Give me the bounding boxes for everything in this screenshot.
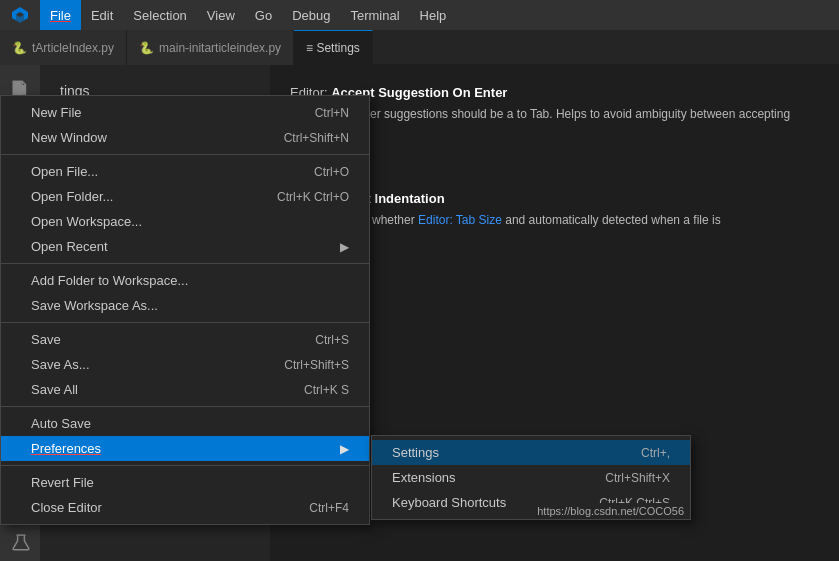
url-tooltip: https://blog.csdn.net/COCO56 bbox=[531, 503, 690, 519]
menu-file[interactable]: File bbox=[40, 0, 81, 30]
menu-revert-file[interactable]: Revert File bbox=[1, 470, 369, 495]
menu-close-editor[interactable]: Close Editor Ctrl+F4 bbox=[1, 495, 369, 520]
menu-help[interactable]: Help bbox=[410, 0, 457, 30]
separator-3 bbox=[1, 322, 369, 323]
menu-go[interactable]: Go bbox=[245, 0, 282, 30]
menu-edit[interactable]: Edit bbox=[81, 0, 123, 30]
setting-desc-detect: Controls whether Editor: Tab Size and au… bbox=[324, 211, 721, 229]
link-tab-size[interactable]: Editor: Tab Size bbox=[418, 213, 502, 227]
arrow-icon: ▶ bbox=[340, 240, 349, 254]
tab-bar: 🐍 tArticleIndex.py 🐍 main-initarticleind… bbox=[0, 30, 839, 65]
main-area: tings mmonly Used (2) t Editor (7) ggest… bbox=[0, 65, 839, 561]
separator-4 bbox=[1, 406, 369, 407]
submenu-settings[interactable]: Settings Ctrl+, bbox=[372, 440, 690, 465]
separator-2 bbox=[1, 263, 369, 264]
activity-flask[interactable] bbox=[2, 525, 38, 561]
menu-save-all[interactable]: Save All Ctrl+K S bbox=[1, 377, 369, 402]
menu-open-folder[interactable]: Open Folder... Ctrl+K Ctrl+O bbox=[1, 184, 369, 209]
file-menu-dropdown: New File Ctrl+N New Window Ctrl+Shift+N … bbox=[0, 95, 370, 525]
menu-selection[interactable]: Selection bbox=[123, 0, 196, 30]
separator-1 bbox=[1, 154, 369, 155]
python-icon: 🐍 bbox=[12, 41, 26, 55]
title-bar: File Edit Selection View Go Debug Termin… bbox=[0, 0, 839, 30]
menu-open-recent[interactable]: Open Recent ▶ bbox=[1, 234, 369, 259]
menu-save-as[interactable]: Save As... Ctrl+Shift+S bbox=[1, 352, 369, 377]
menu-auto-save[interactable]: Auto Save bbox=[1, 411, 369, 436]
menu-open-file[interactable]: Open File... Ctrl+O bbox=[1, 159, 369, 184]
separator-5 bbox=[1, 465, 369, 466]
menu-debug[interactable]: Debug bbox=[282, 0, 340, 30]
menu-view[interactable]: View bbox=[197, 0, 245, 30]
preferences-arrow-icon: ▶ bbox=[340, 442, 349, 456]
menu-save-workspace-as[interactable]: Save Workspace As... bbox=[1, 293, 369, 318]
submenu-extensions[interactable]: Extensions Ctrl+Shift+X bbox=[372, 465, 690, 490]
python-icon-2: 🐍 bbox=[139, 41, 153, 55]
tab-settings[interactable]: ≡ Settings bbox=[294, 30, 373, 65]
menu-new-window[interactable]: New Window Ctrl+Shift+N bbox=[1, 125, 369, 150]
menu-preferences[interactable]: Preferences ▶ Settings Ctrl+, Extensions… bbox=[1, 436, 369, 461]
menu-open-workspace[interactable]: Open Workspace... bbox=[1, 209, 369, 234]
tab-main-init[interactable]: 🐍 main-initarticleindex.py bbox=[127, 30, 294, 65]
menu-terminal[interactable]: Terminal bbox=[340, 0, 409, 30]
menu-new-file[interactable]: New File Ctrl+N bbox=[1, 100, 369, 125]
menu-add-folder[interactable]: Add Folder to Workspace... bbox=[1, 268, 369, 293]
menu-save[interactable]: Save Ctrl+S bbox=[1, 327, 369, 352]
preferences-submenu: Settings Ctrl+, Extensions Ctrl+Shift+X … bbox=[371, 435, 691, 520]
menu-bar: File Edit Selection View Go Debug Termin… bbox=[40, 0, 456, 30]
app-logo bbox=[0, 0, 40, 30]
file-menu: New File Ctrl+N New Window Ctrl+Shift+N … bbox=[0, 95, 370, 525]
tab-article-index[interactable]: 🐍 tArticleIndex.py bbox=[0, 30, 127, 65]
